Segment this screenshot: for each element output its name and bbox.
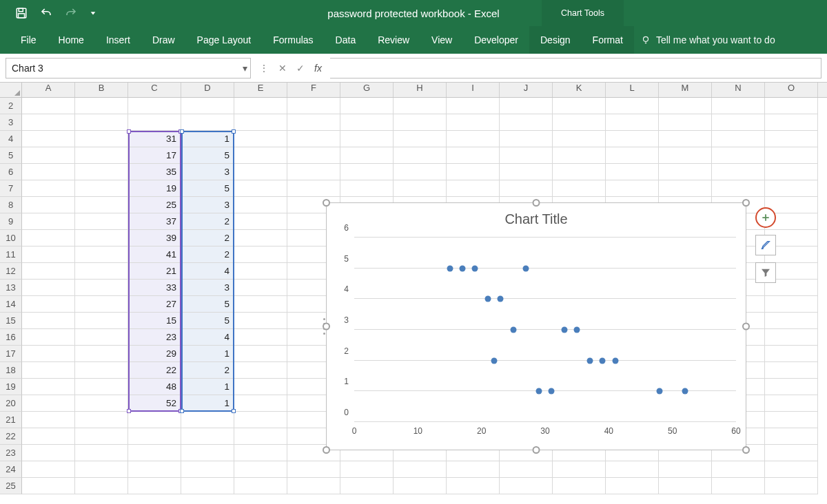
cell-A25[interactable] [22,478,75,494]
cell-N7[interactable] [712,180,765,197]
cell-B2[interactable] [75,98,128,114]
column-header-G[interactable]: G [340,83,394,97]
cell-O25[interactable] [765,478,818,494]
cell-B12[interactable] [75,263,128,280]
cell-C15[interactable]: 15 [128,313,181,329]
cell-N24[interactable] [712,461,765,478]
cell-H4[interactable] [394,131,447,147]
tab-data[interactable]: Data [325,26,367,54]
cell-O15[interactable] [765,313,818,329]
data-point[interactable] [484,296,491,302]
cell-D14[interactable]: 5 [181,296,234,313]
cell-K5[interactable] [553,147,606,164]
cell-O17[interactable] [765,346,818,362]
chevron-down-icon[interactable]: ▾ [243,63,247,74]
cell-B7[interactable] [75,180,128,197]
cell-M25[interactable] [659,478,712,494]
cell-E16[interactable] [234,329,287,346]
cell-F7[interactable] [287,180,340,197]
row-header-7[interactable]: 7 [0,180,22,197]
cell-E4[interactable] [234,131,287,147]
column-header-J[interactable]: J [500,83,553,97]
column-header-N[interactable]: N [712,83,765,97]
cell-C21[interactable] [128,412,181,428]
data-point[interactable] [682,388,688,395]
cell-L4[interactable] [606,131,659,147]
cell-D12[interactable]: 4 [181,263,234,280]
cell-G3[interactable] [340,114,394,131]
cell-D18[interactable]: 2 [181,362,234,379]
cell-E11[interactable] [234,246,287,263]
cell-C16[interactable]: 23 [128,329,181,346]
cell-J4[interactable] [500,131,553,147]
cell-O2[interactable] [765,98,818,114]
cell-G6[interactable] [340,164,394,180]
data-point[interactable] [472,265,478,271]
cell-B6[interactable] [75,164,128,180]
column-header-H[interactable]: H [394,83,447,97]
cell-F25[interactable] [287,478,340,494]
cell-D19[interactable]: 1 [181,379,234,395]
cell-E21[interactable] [234,412,287,428]
cell-E20[interactable] [234,395,287,412]
tab-view[interactable]: View [420,26,463,54]
column-header-A[interactable]: A [22,83,75,97]
cell-O20[interactable] [765,395,818,412]
cell-I3[interactable] [447,114,500,131]
data-point[interactable] [549,388,555,395]
cell-I4[interactable] [447,131,500,147]
row-header-2[interactable]: 2 [0,98,22,114]
cell-E15[interactable] [234,313,287,329]
chart-elements-button[interactable] [755,207,776,228]
tab-developer[interactable]: Developer [463,26,529,54]
row-header-3[interactable]: 3 [0,114,22,131]
name-box[interactable]: Chart 3 ▾ [6,58,251,78]
cell-M24[interactable] [659,461,712,478]
cell-D24[interactable] [181,461,234,478]
cell-A9[interactable] [22,213,75,230]
cell-E9[interactable] [234,213,287,230]
column-header-M[interactable]: M [659,83,712,97]
data-point[interactable] [523,265,529,271]
row-header-22[interactable]: 22 [0,428,22,445]
cell-B15[interactable] [75,313,128,329]
cell-A2[interactable] [22,98,75,114]
column-header-F[interactable]: F [287,83,340,97]
cell-D4[interactable]: 1 [181,131,234,147]
cell-C18[interactable]: 22 [128,362,181,379]
tab-review[interactable]: Review [367,26,420,54]
data-point[interactable] [612,357,618,364]
undo-icon[interactable] [40,7,52,19]
cell-B21[interactable] [75,412,128,428]
cell-B5[interactable] [75,147,128,164]
cell-O21[interactable] [765,412,818,428]
data-point[interactable] [498,296,504,302]
cell-H5[interactable] [394,147,447,164]
cell-E17[interactable] [234,346,287,362]
cell-A21[interactable] [22,412,75,428]
cell-O19[interactable] [765,379,818,395]
cell-J2[interactable] [500,98,553,114]
cell-I24[interactable] [447,461,500,478]
cell-C8[interactable]: 25 [128,197,181,213]
row-header-17[interactable]: 17 [0,346,22,362]
cell-M7[interactable] [659,180,712,197]
cell-A6[interactable] [22,164,75,180]
cell-A20[interactable] [22,395,75,412]
cell-J25[interactable] [500,478,553,494]
tab-home[interactable]: Home [48,26,95,54]
cell-M3[interactable] [659,114,712,131]
column-header-E[interactable]: E [234,83,287,97]
cell-D15[interactable]: 5 [181,313,234,329]
row-header-23[interactable]: 23 [0,445,22,461]
cell-C11[interactable]: 41 [128,246,181,263]
select-all-corner[interactable] [0,83,22,97]
cell-G5[interactable] [340,147,394,164]
cell-E6[interactable] [234,164,287,180]
cell-E10[interactable] [234,230,287,246]
cell-L25[interactable] [606,478,659,494]
more-icon[interactable]: ⋮ [259,63,269,74]
cell-D20[interactable]: 1 [181,395,234,412]
cell-O3[interactable] [765,114,818,131]
tab-file[interactable]: File [0,26,48,54]
